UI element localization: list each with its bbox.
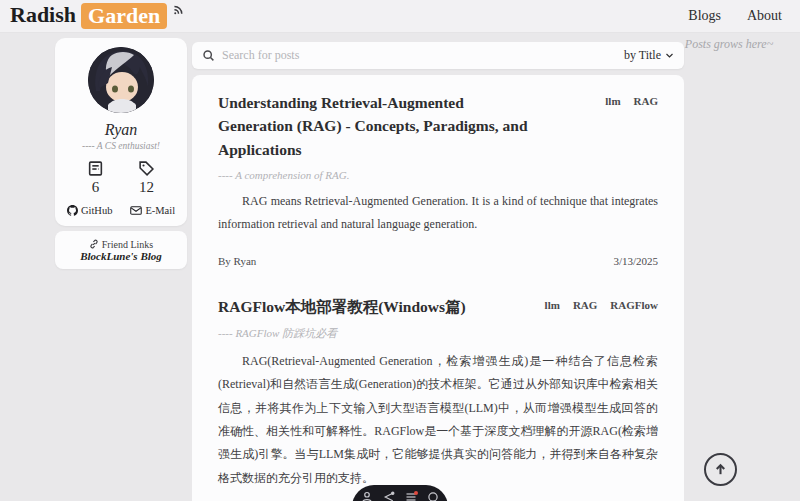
github-link[interactable]: GitHub	[67, 205, 113, 216]
nav-about[interactable]: About	[747, 8, 782, 24]
friend-link-item[interactable]: BlockLune's Blog	[80, 250, 162, 262]
post-item: RAGFlow本地部署教程(Windows篇) llm RAG RAGFlow …	[218, 295, 658, 501]
theme-icon[interactable]	[427, 491, 439, 501]
share-icon[interactable]	[383, 491, 395, 501]
github-label: GitHub	[81, 205, 113, 216]
header: Radish Garden Blogs About	[0, 0, 800, 33]
search-icon	[202, 49, 215, 62]
arrow-up-icon	[713, 462, 728, 477]
logo-text-accent: Garden	[81, 3, 167, 28]
notification-dot	[414, 491, 418, 495]
sort-dropdown[interactable]: by Title	[624, 48, 674, 63]
post-tags: llm RAG RAGFlow	[545, 295, 658, 311]
post-tag[interactable]: RAG	[634, 95, 658, 107]
posts-icon	[87, 160, 104, 177]
post-tag[interactable]: llm	[545, 299, 560, 311]
profile-stats: 6 12	[87, 160, 155, 196]
post-subtitle: ---- A comprehension of RAG.	[218, 169, 658, 181]
post-tag[interactable]: RAGFlow	[610, 299, 658, 311]
post-tag[interactable]: llm	[605, 95, 620, 107]
user-icon[interactable]	[361, 491, 373, 501]
post-tags: llm RAG	[605, 91, 658, 107]
avatar[interactable]	[88, 47, 154, 113]
friend-links-card: Friend Links BlockLune's Blog	[55, 231, 187, 269]
email-link[interactable]: E-Mail	[130, 205, 175, 216]
floating-dock[interactable]	[352, 485, 448, 501]
link-icon	[89, 239, 99, 249]
site-logo[interactable]: Radish Garden	[10, 3, 185, 28]
tags-count: 12	[139, 179, 154, 196]
posts-count: 6	[92, 179, 100, 196]
tag-icon	[138, 160, 155, 177]
search-bar: by Title	[192, 42, 684, 69]
post-date: 3/13/2025	[613, 255, 658, 267]
nav-blogs[interactable]: Blogs	[688, 8, 721, 24]
header-nav: Blogs About	[688, 8, 782, 24]
search-input[interactable]	[222, 48, 617, 63]
post-title[interactable]: RAGFlow本地部署教程(Windows篇)	[218, 295, 535, 318]
rss-icon[interactable]	[172, 4, 185, 17]
github-icon	[67, 205, 78, 216]
menu-icon[interactable]	[405, 491, 417, 501]
post-subtitle: ---- RAGFlow 防踩坑必看	[218, 326, 658, 341]
side-note: Posts grows here~	[674, 37, 784, 52]
scroll-top-button[interactable]	[704, 453, 737, 486]
sort-label: by Title	[624, 48, 661, 63]
profile-card: Ryan ---- A CS enthusiast! 6	[55, 38, 187, 226]
profile-name: Ryan	[105, 121, 138, 139]
logo-text-primary: Radish	[10, 3, 76, 27]
post-excerpt: RAG(Retrieval-Augmented Generation，检索增强生…	[218, 350, 658, 490]
tags-stat[interactable]: 12	[138, 160, 155, 196]
friend-links-title: Friend Links	[89, 239, 153, 250]
email-label: E-Mail	[145, 205, 175, 216]
post-tag[interactable]: RAG	[573, 299, 597, 311]
chevron-down-icon	[665, 51, 674, 60]
posts-stat[interactable]: 6	[87, 160, 104, 196]
posts-list: Understanding Retrieval-Augmented Genera…	[192, 75, 684, 501]
page: Radish Garden Blogs About Posts grows he…	[0, 0, 800, 501]
contact-row: GitHub E-Mail	[67, 205, 175, 216]
post-title[interactable]: Understanding Retrieval-Augmented Genera…	[218, 91, 535, 161]
friend-links-label: Friend Links	[102, 239, 153, 250]
email-icon	[130, 205, 142, 216]
post-item: Understanding Retrieval-Augmented Genera…	[218, 91, 658, 267]
profile-bio: ---- A CS enthusiast!	[82, 141, 160, 151]
post-author: By Ryan	[218, 255, 256, 267]
post-excerpt: RAG means Retrieval-Augmented Generation…	[218, 190, 658, 237]
